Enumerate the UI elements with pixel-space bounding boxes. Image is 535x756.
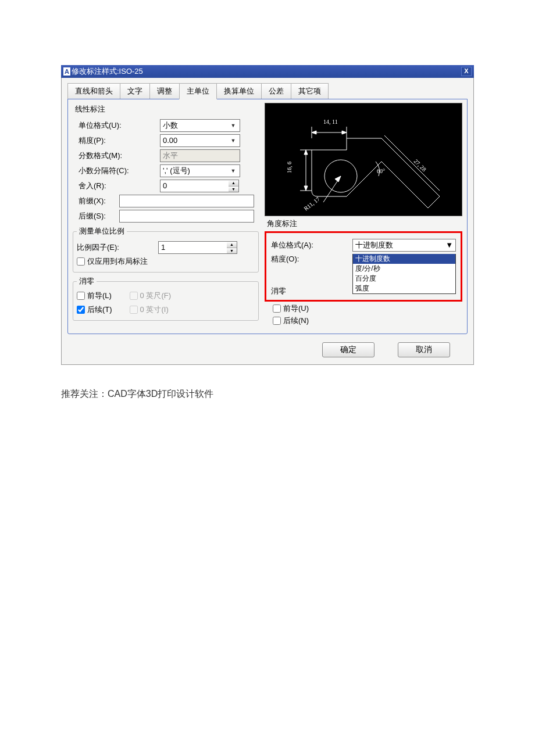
chevron-down-icon — [229, 152, 237, 160]
spin-down-icon[interactable]: ▼ — [229, 187, 238, 192]
highlighted-region: 单位格式(A): 十进制度数 ▼ 精度(O): 十进制度数 — [265, 231, 462, 302]
angle-option-dms[interactable]: 度/分/秒 — [353, 264, 455, 274]
svg-marker-5 — [335, 176, 341, 182]
angle-precision-label: 精度(O): — [271, 254, 352, 264]
svg-text:60°: 60° — [377, 168, 385, 174]
dialog-body: 直线和箭头 文字 调整 主单位 换算单位 公差 其它项 线性标注 单位格式(U)… — [61, 78, 474, 365]
trailing-checkbox[interactable]: 后续(T) — [77, 304, 112, 315]
round-spinner[interactable]: 0 ▲ ▼ — [160, 180, 239, 192]
tab-row: 直线和箭头 文字 调整 主单位 换算单位 公差 其它项 — [67, 83, 468, 99]
tab-lines-arrows[interactable]: 直线和箭头 — [67, 83, 120, 99]
scale-group-label: 测量单位比例 — [77, 226, 127, 237]
scale-factor-input[interactable]: 1 — [158, 241, 227, 254]
spin-up-icon[interactable]: ▲ — [227, 242, 237, 248]
angle-options-list[interactable]: 十进制度数 度/分/秒 百分度 弧度 — [352, 254, 456, 294]
svg-marker-2 — [342, 131, 347, 134]
round-label: 舍入(R): — [73, 181, 160, 191]
suffix-input[interactable] — [119, 210, 254, 223]
svg-text:14, 11: 14, 11 — [323, 119, 338, 125]
unit-format-select[interactable]: 小数 ▼ — [160, 119, 240, 132]
layout-only-checkbox[interactable]: 仅应用到布局标注 — [77, 256, 255, 267]
spin-up-icon[interactable]: ▲ — [229, 180, 238, 187]
angle-option-decimal[interactable]: 十进制度数 — [353, 254, 455, 264]
dimension-preview: 14, 11 16, 6 27, 28 60° R11, 17 — [265, 103, 462, 216]
chevron-down-icon: ▼ — [229, 121, 237, 130]
scale-group: 测量单位比例 比例因子(E): 1 ▲ ▼ — [73, 226, 259, 273]
unit-format-label: 单位格式(U): — [73, 120, 160, 131]
chevron-down-icon: ▼ — [229, 137, 237, 145]
chevron-down-icon: ▼ — [229, 167, 237, 175]
precision-select[interactable]: 0.00 ▼ — [160, 134, 240, 147]
tab-fit[interactable]: 调整 — [149, 83, 180, 99]
titlebar-title: A修改标注样式:ISO-25 — [63, 65, 143, 78]
leading-checkbox[interactable]: 前导(L) — [77, 291, 112, 301]
svg-text:16, 6: 16, 6 — [286, 162, 293, 173]
angle-trailing-checkbox[interactable]: 后续(N) — [273, 316, 462, 326]
tab-text[interactable]: 文字 — [120, 83, 150, 99]
svg-text:R11, 17: R11, 17 — [302, 196, 320, 212]
tab-primary-units[interactable]: 主单位 — [179, 83, 217, 99]
spin-down-icon[interactable]: ▼ — [227, 248, 237, 254]
prefix-input[interactable] — [119, 195, 254, 207]
precision-label: 精度(P): — [73, 135, 160, 146]
angle-unit-format-dropdown[interactable]: 十进制度数 ▼ — [352, 239, 456, 252]
svg-text:27, 28: 27, 28 — [413, 158, 427, 173]
tab-other[interactable]: 其它项 — [291, 83, 329, 99]
svg-marker-4 — [304, 186, 308, 191]
scale-factor-label: 比例因子(E): — [77, 242, 158, 253]
dialog-button-row: 确定 取消 — [67, 342, 468, 357]
app-icon: A — [63, 67, 70, 76]
angle-option-radian[interactable]: 弧度 — [353, 284, 455, 293]
fraction-format-select: 水平 — [160, 149, 240, 162]
angle-unit-format-label: 单位格式(A): — [271, 240, 352, 250]
decimal-sep-select[interactable]: ',' (逗号) ▼ — [160, 164, 240, 177]
linear-group-label: 线性标注 — [73, 103, 259, 117]
feet-checkbox: 0 英尺(F) — [130, 291, 171, 301]
svg-marker-3 — [304, 150, 308, 155]
angle-group-label: 角度标注 — [265, 218, 462, 229]
angle-leading-checkbox[interactable]: 前导(U) — [273, 303, 462, 314]
tab-content: 线性标注 单位格式(U): 小数 ▼ 精度(P): 0.00 ▼ — [67, 99, 468, 334]
ok-button[interactable]: 确定 — [322, 342, 374, 357]
scale-factor-spinner[interactable]: 1 ▲ ▼ — [158, 241, 237, 254]
angle-option-gradian[interactable]: 百分度 — [353, 274, 455, 284]
tab-tolerance[interactable]: 公差 — [261, 83, 291, 99]
decimal-sep-label: 小数分隔符(C): — [73, 166, 160, 176]
zero-left-label: 消零 — [77, 276, 97, 286]
chevron-down-icon: ▼ — [445, 239, 453, 251]
zero-left-group: 消零 前导(L) 后续(T) 0 英尺(F) 0 英寸(I) — [73, 276, 259, 321]
svg-marker-1 — [312, 131, 316, 134]
suffix-label: 后缀(S): — [73, 211, 119, 221]
close-button[interactable]: X — [461, 67, 472, 76]
inches-checkbox: 0 英寸(I) — [130, 304, 171, 315]
dialog-titlebar: A修改标注样式:ISO-25 X — [61, 65, 474, 78]
tab-alt-units[interactable]: 换算单位 — [216, 83, 262, 99]
angle-zero-label: 消零 — [271, 286, 286, 295]
round-input[interactable]: 0 — [160, 180, 229, 192]
footer-text: 推荐关注：CAD字体3D打印设计软件 — [61, 388, 474, 400]
prefix-label: 前缀(X): — [73, 196, 119, 206]
fraction-format-label: 分数格式(M): — [73, 151, 160, 161]
cancel-button[interactable]: 取消 — [398, 342, 450, 357]
